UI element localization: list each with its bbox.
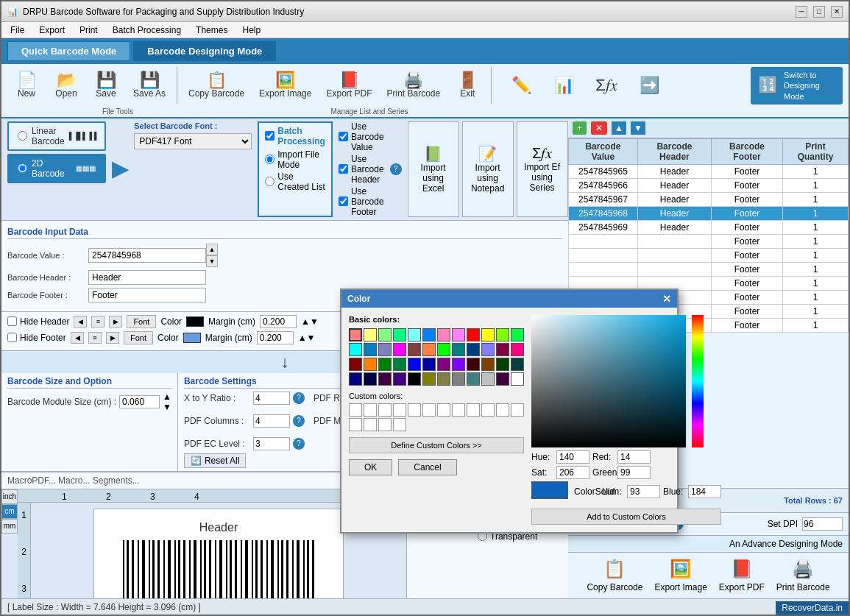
- swatch-41[interactable]: [422, 372, 436, 386]
- swatch-14[interactable]: [378, 343, 392, 356]
- module-up[interactable]: ▲: [163, 392, 171, 402]
- use-footer-opt[interactable]: Use Barcode Footer: [339, 186, 384, 217]
- add-row-button[interactable]: +: [573, 121, 587, 135]
- custom-swatch-4[interactable]: [393, 403, 406, 417]
- barcode-header-input[interactable]: [88, 270, 206, 285]
- header-align-left[interactable]: ◀: [74, 316, 87, 328]
- swatch-37[interactable]: [364, 372, 377, 386]
- swatch-15[interactable]: [393, 343, 406, 356]
- switch-designing-button[interactable]: 🔢 Switch to Designing Mode: [751, 67, 843, 105]
- custom-swatch-10[interactable]: [481, 403, 495, 417]
- value-down-btn[interactable]: ▼: [206, 255, 218, 267]
- import-file-option[interactable]: Import File Mode: [265, 149, 325, 170]
- swatch-21[interactable]: [481, 343, 495, 356]
- table-row[interactable]: 2547845967HeaderFooter1: [569, 192, 849, 206]
- tab-quick[interactable]: Quick Barcode Mode: [7, 41, 130, 61]
- import-excel-button[interactable]: 📗 Import using Excel: [408, 121, 459, 217]
- menu-file[interactable]: File: [4, 24, 30, 37]
- custom-swatch-2[interactable]: [364, 403, 377, 417]
- swatch-28[interactable]: [408, 358, 421, 371]
- swatch-35[interactable]: [511, 358, 524, 371]
- swatch-25[interactable]: [364, 358, 377, 371]
- import-notepad-button[interactable]: 📝 Import using Notepad: [462, 121, 514, 217]
- import-series-button[interactable]: Σ𝑓𝑥 Import Ef using Series: [517, 121, 568, 217]
- swatch-33[interactable]: [481, 358, 495, 371]
- custom-swatch-7[interactable]: [437, 403, 450, 417]
- copy-barcode-action[interactable]: 📋 Copy Barcode: [587, 559, 642, 592]
- custom-swatch-11[interactable]: [496, 403, 509, 417]
- manage-list-btn4[interactable]: ➡️: [630, 74, 668, 97]
- value-up-btn[interactable]: ▲: [206, 244, 218, 255]
- color-spectrum[interactable]: [531, 315, 686, 447]
- swatch-6[interactable]: [437, 328, 450, 341]
- footer-font-button[interactable]: Font: [124, 331, 153, 344]
- swatch-2[interactable]: [378, 328, 392, 341]
- swatch-36[interactable]: [349, 372, 362, 386]
- dpi-input[interactable]: [802, 517, 843, 531]
- swatch-38[interactable]: [378, 372, 392, 386]
- footer-margin-up[interactable]: ▲: [298, 333, 307, 343]
- footer-align-right[interactable]: ▶: [106, 332, 119, 344]
- swatch-4[interactable]: [408, 328, 421, 341]
- footer-margin-input[interactable]: [257, 331, 294, 344]
- add-custom-button[interactable]: Add to Custom Colors: [531, 509, 721, 525]
- table-row[interactable]: Footer1: [569, 248, 849, 262]
- swatch-42[interactable]: [437, 372, 450, 386]
- table-row[interactable]: 2547845968HeaderFooter1: [569, 206, 849, 220]
- barcode-value-input[interactable]: [88, 248, 206, 263]
- swatch-7[interactable]: [452, 328, 465, 341]
- swatch-0[interactable]: [349, 328, 362, 341]
- footer-align-center[interactable]: ≡: [88, 332, 102, 344]
- pdf-cols-input[interactable]: [253, 414, 290, 428]
- swatch-40[interactable]: [408, 372, 421, 386]
- swatch-30[interactable]: [437, 358, 450, 371]
- barcode-footer-input[interactable]: [88, 288, 206, 302]
- save-button[interactable]: 💾 Save: [87, 67, 125, 105]
- define-custom-btn[interactable]: Define Custom Colors >>: [349, 437, 524, 453]
- header-color-swatch[interactable]: [186, 316, 204, 327]
- hue-bar[interactable]: [692, 315, 704, 447]
- swatch-32[interactable]: [467, 358, 480, 371]
- table-row[interactable]: Footer1: [569, 234, 849, 248]
- swatch-24[interactable]: [349, 358, 362, 371]
- swatch-26[interactable]: [378, 358, 392, 371]
- manage-list-btn1[interactable]: ✏️: [502, 74, 540, 97]
- export-image-action[interactable]: 🖼️ Export Image: [654, 559, 706, 592]
- module-size-input[interactable]: [119, 395, 160, 408]
- move-up-button[interactable]: ▲: [612, 121, 626, 135]
- swatch-1[interactable]: [364, 328, 377, 341]
- blue-input[interactable]: [688, 485, 721, 498]
- swatch-31[interactable]: [452, 358, 465, 371]
- ok-button[interactable]: OK: [349, 459, 392, 475]
- swatch-22[interactable]: [496, 343, 509, 356]
- menu-batch[interactable]: Batch Processing: [107, 24, 187, 37]
- exit-button[interactable]: 🚪 Exit: [448, 67, 486, 105]
- swatch-5[interactable]: [422, 328, 436, 341]
- delete-marker-button[interactable]: ✕: [591, 121, 607, 135]
- swatch-46[interactable]: [496, 372, 509, 386]
- minimize-button[interactable]: ─: [796, 6, 807, 18]
- menu-export[interactable]: Export: [33, 24, 71, 37]
- swatch-45[interactable]: [481, 372, 495, 386]
- menu-help[interactable]: Help: [236, 24, 266, 37]
- unit-mm[interactable]: mm: [1, 519, 18, 534]
- header-align-center[interactable]: ≡: [91, 316, 105, 328]
- unit-cm[interactable]: cm: [1, 504, 18, 519]
- export-pdf-button[interactable]: 📕 Export PDF: [319, 67, 378, 105]
- hide-header-cb[interactable]: [7, 316, 17, 326]
- table-row[interactable]: 2547845966HeaderFooter1: [569, 178, 849, 192]
- swatch-12[interactable]: [349, 343, 362, 356]
- xy-input[interactable]: [253, 392, 290, 405]
- swatch-10[interactable]: [496, 328, 509, 341]
- open-button[interactable]: 📂 Open: [47, 67, 85, 105]
- swatch-8[interactable]: [467, 328, 480, 341]
- custom-swatch-8[interactable]: [452, 403, 465, 417]
- swatch-29[interactable]: [422, 358, 436, 371]
- header-margin-up[interactable]: ▲: [301, 316, 310, 327]
- print-barcode-action[interactable]: 🖨️ Print Barcode: [776, 559, 830, 592]
- save-as-button[interactable]: 💾 Save As: [127, 67, 172, 105]
- custom-swatch-13[interactable]: [349, 418, 362, 431]
- reset-all-button[interactable]: 🔄 Reset All: [184, 453, 246, 468]
- lum-input[interactable]: [627, 485, 660, 498]
- swatch-23[interactable]: [511, 343, 524, 356]
